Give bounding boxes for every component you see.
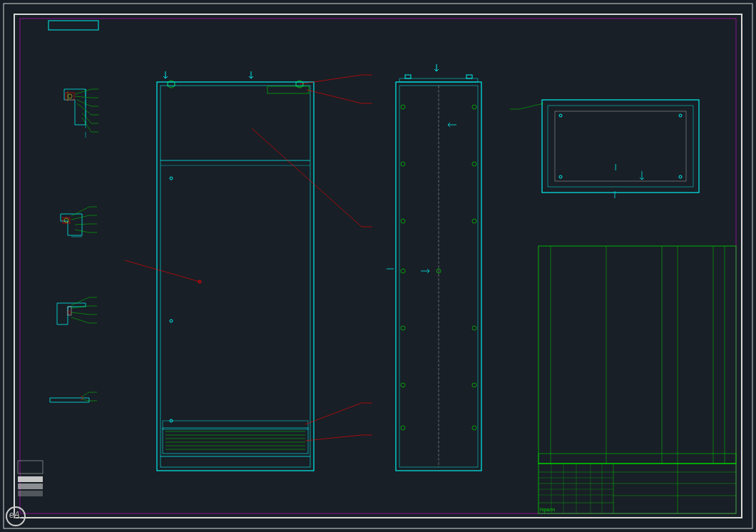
red-leaders — [125, 75, 372, 441]
svg-line-97 — [307, 90, 362, 103]
svg-line-3 — [75, 89, 91, 94]
svg-point-82 — [401, 426, 405, 430]
detail-dd — [50, 392, 97, 402]
svg-point-79 — [472, 326, 476, 330]
svg-point-77 — [401, 269, 405, 273]
svg-point-16 — [64, 218, 68, 222]
svg-rect-69 — [466, 75, 472, 78]
detail-bb — [61, 207, 97, 237]
svg-line-101 — [125, 260, 200, 282]
svg-rect-85 — [542, 100, 699, 193]
cad-viewport[interactable]: { "header_box": "9016×1060", "watermark"… — [0, 0, 756, 532]
title-block: hipa/m — [538, 464, 736, 513]
svg-point-72 — [401, 162, 405, 166]
svg-point-83 — [472, 426, 476, 430]
svg-point-78 — [401, 326, 405, 330]
svg-text:|: | — [615, 163, 616, 170]
svg-rect-40 — [18, 476, 43, 482]
svg-point-74 — [401, 219, 405, 223]
svg-point-75 — [472, 219, 476, 223]
svg-rect-63 — [163, 428, 308, 454]
svg-line-99 — [252, 128, 362, 227]
svg-point-71 — [472, 105, 476, 109]
svg-line-29 — [71, 306, 89, 308]
watermark-logo — [6, 506, 26, 526]
frame-magenta — [20, 19, 736, 513]
svg-text:hipa/m: hipa/m — [540, 507, 555, 513]
bom-table — [538, 246, 736, 464]
svg-point-73 — [472, 162, 476, 166]
svg-point-53 — [170, 177, 173, 180]
svg-line-37 — [82, 399, 89, 401]
svg-rect-42 — [18, 491, 43, 496]
frame-inner — [14, 14, 742, 518]
svg-point-81 — [472, 383, 476, 387]
frame-outer — [4, 4, 752, 528]
svg-line-27 — [71, 297, 89, 305]
svg-point-80 — [401, 383, 405, 387]
svg-rect-39 — [18, 461, 43, 474]
svg-rect-0 — [66, 93, 74, 100]
side-view — [387, 64, 481, 471]
svg-point-89 — [679, 114, 682, 117]
svg-line-5 — [75, 96, 91, 98]
svg-rect-106 — [538, 246, 736, 464]
svg-rect-113 — [538, 454, 736, 464]
watermark — [6, 506, 27, 526]
svg-rect-44 — [160, 86, 310, 467]
svg-line-31 — [71, 312, 89, 314]
svg-point-91 — [679, 175, 682, 178]
svg-line-93 — [519, 103, 543, 109]
detail-aa — [64, 89, 98, 138]
svg-line-95 — [300, 75, 362, 84]
drawing-svg[interactable]: | — [0, 0, 756, 532]
svg-line-11 — [82, 113, 91, 123]
svg-point-70 — [401, 105, 405, 109]
detail-cc — [57, 297, 97, 324]
svg-point-1 — [68, 94, 72, 98]
svg-rect-41 — [18, 484, 43, 489]
svg-point-26 — [68, 311, 71, 314]
svg-point-54 — [170, 319, 173, 322]
svg-line-17 — [71, 207, 89, 216]
svg-rect-114 — [538, 464, 736, 513]
e-view: | — [510, 100, 699, 198]
svg-rect-68 — [405, 75, 411, 78]
svg-rect-49 — [267, 86, 309, 93]
left-text-block — [18, 461, 43, 496]
svg-point-88 — [559, 114, 562, 117]
svg-rect-87 — [555, 111, 686, 181]
svg-line-35 — [82, 392, 89, 397]
front-view — [157, 71, 314, 471]
header-box — [48, 21, 98, 30]
svg-line-19 — [71, 215, 89, 220]
svg-rect-86 — [548, 106, 693, 187]
svg-point-90 — [559, 175, 562, 178]
svg-rect-67 — [399, 78, 478, 82]
svg-line-33 — [71, 317, 89, 323]
